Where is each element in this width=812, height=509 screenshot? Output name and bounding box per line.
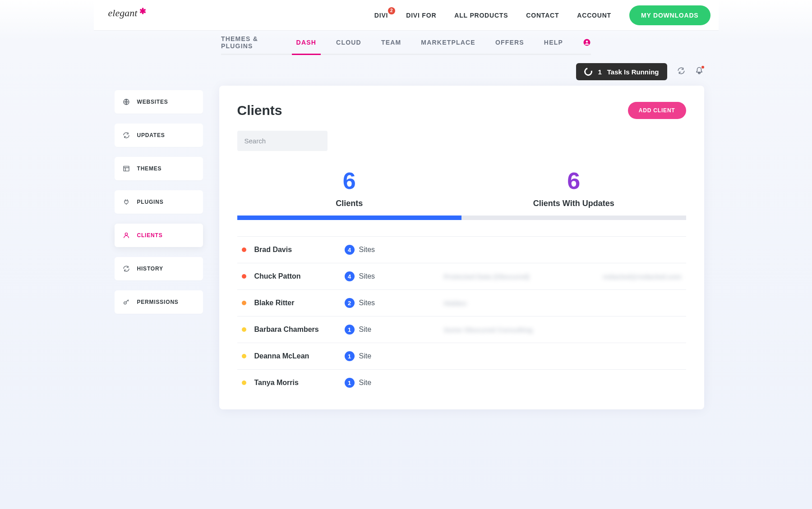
client-name: Brad Davis [254, 246, 345, 254]
sidebar-item-themes[interactable]: THEMES [115, 157, 203, 180]
main-panel: Clients ADD CLIENT 6 Clients 6 Clients W… [219, 86, 704, 409]
sidebar-item-label: WEBSITES [137, 99, 168, 105]
sidebar-item-clients[interactable]: CLIENTS [115, 224, 203, 247]
nav-divi[interactable]: DIVI 2 [374, 12, 388, 19]
sites-count: 1 [345, 378, 355, 388]
client-table: Brad Davis 4 Sites Chuck Patton 4 Sites [237, 236, 686, 396]
sites-unit: Site [359, 326, 372, 334]
nav-contact[interactable]: CONTACT [526, 12, 559, 19]
svg-point-4 [125, 233, 127, 235]
sidebar-item-websites[interactable]: WEBSITES [115, 90, 203, 114]
table-row[interactable]: Brad Davis 4 Sites [237, 236, 686, 263]
client-company: Hidden [444, 299, 563, 307]
client-name: Tanya Morris [254, 379, 345, 387]
action-strip: 1 Task Is Running [94, 55, 719, 80]
svg-point-1 [586, 40, 588, 42]
sidebar-item-plugins[interactable]: PLUGINS [115, 190, 203, 214]
sites-count: 4 [345, 245, 355, 255]
refresh-button[interactable] [677, 67, 685, 77]
tab-dash[interactable]: DASH [296, 31, 316, 54]
sidebar-item-label: PERMISSIONS [137, 299, 179, 305]
search-input[interactable] [237, 131, 328, 151]
sidebar-item-label: PLUGINS [137, 199, 164, 205]
status-dot [242, 381, 246, 385]
sites-cell: 1 Site [345, 351, 444, 361]
brand-name: elegant [108, 7, 138, 18]
user-circle-icon [583, 38, 591, 46]
nav-all-products[interactable]: ALL PRODUCTS [454, 12, 508, 19]
key-icon [123, 298, 130, 306]
sites-count: 1 [345, 351, 355, 361]
table-row[interactable]: Deanna McLean 1 Site [237, 343, 686, 370]
task-count: 1 [598, 68, 601, 76]
tab-themes-plugins[interactable]: THEMES & PLUGINS [221, 31, 277, 54]
table-row[interactable]: Chuck Patton 4 Sites Protected Data (Obs… [237, 263, 686, 290]
nav-badge: 2 [388, 7, 395, 14]
sidebar-item-label: CLIENTS [137, 232, 163, 238]
top-nav-links: DIVI 2 DIVI FOR ALL PRODUCTS CONTACT ACC… [374, 5, 710, 25]
brand-logo[interactable]: elegant ✱ [108, 7, 143, 23]
client-name: Blake Ritter [254, 299, 345, 307]
add-client-button[interactable]: ADD CLIENT [628, 102, 686, 119]
notification-dot [701, 66, 704, 69]
tab-team[interactable]: TEAM [381, 31, 401, 54]
table-row[interactable]: Tanya Morris 1 Site [237, 370, 686, 396]
sidebar-item-label: THEMES [137, 165, 162, 172]
sites-unit: Sites [359, 272, 375, 280]
spinner-icon [583, 66, 594, 78]
my-downloads-button[interactable]: MY DOWNLOADS [629, 5, 710, 25]
stat-label: Clients With Updates [461, 199, 686, 208]
sites-unit: Sites [359, 246, 375, 254]
tab-user-account[interactable] [583, 31, 591, 54]
stat-tab-clients[interactable]: 6 Clients [237, 169, 462, 220]
sites-cell: 2 Sites [345, 298, 444, 308]
tab-offers[interactable]: OFFERS [495, 31, 524, 54]
plug-icon [123, 198, 130, 206]
stat-value: 6 [237, 169, 462, 193]
client-name: Barbara Chambers [254, 326, 345, 334]
task-running-pill[interactable]: 1 Task Is Running [576, 63, 667, 80]
nav-divi-for[interactable]: DIVI FOR [406, 12, 436, 19]
svg-rect-3 [124, 166, 129, 171]
sidebar-item-history[interactable]: HISTORY [115, 257, 203, 280]
sites-unit: Site [359, 379, 372, 387]
sites-unit: Sites [359, 299, 375, 307]
sidebar-item-label: HISTORY [137, 266, 163, 272]
client-company: Some Obscured Consulting [444, 326, 563, 334]
status-dot [242, 327, 246, 332]
client-name: Deanna McLean [254, 352, 345, 360]
sidebar-item-permissions[interactable]: PERMISSIONS [115, 290, 203, 314]
stat-label: Clients [237, 199, 462, 208]
sites-cell: 4 Sites [345, 245, 444, 255]
status-dot [242, 274, 246, 279]
star-icon: ✱ [139, 6, 146, 16]
nav-account[interactable]: ACCOUNT [577, 12, 611, 19]
refresh-icon [123, 132, 130, 139]
notifications-button[interactable] [695, 67, 703, 77]
client-name: Chuck Patton [254, 272, 345, 280]
tab-help[interactable]: HELP [544, 31, 563, 54]
tab-cloud[interactable]: CLOUD [336, 31, 361, 54]
task-text: Task Is Running [607, 68, 659, 76]
person-icon [123, 232, 130, 239]
refresh-icon [123, 265, 130, 272]
tab-marketplace[interactable]: MARKETPLACE [421, 31, 475, 54]
stat-tab-clients-updates[interactable]: 6 Clients With Updates [461, 169, 686, 220]
client-email: redacted@redacted.com [563, 273, 682, 280]
sidebar-item-updates[interactable]: UPDATES [115, 124, 203, 147]
layout-icon [123, 165, 130, 172]
sites-unit: Site [359, 352, 372, 360]
status-dot [242, 248, 246, 252]
top-navbar: elegant ✱ DIVI 2 DIVI FOR ALL PRODUCTS C… [94, 0, 719, 31]
table-row[interactable]: Blake Ritter 2 Sites Hidden [237, 290, 686, 316]
page-title: Clients [237, 103, 282, 118]
sites-count: 2 [345, 298, 355, 308]
table-row[interactable]: Barbara Chambers 1 Site Some Obscured Co… [237, 316, 686, 343]
secondary-tabbar: THEMES & PLUGINS DASH CLOUD TEAM MARKETP… [221, 31, 591, 55]
sites-cell: 1 Site [345, 378, 444, 388]
stat-value: 6 [461, 169, 686, 193]
svg-point-5 [124, 302, 126, 304]
sidebar-item-label: UPDATES [137, 132, 165, 138]
sidebar: WEBSITES UPDATES THEMES PLUGINS CLIENTS … [115, 90, 203, 314]
client-company: Protected Data (Obscured) [444, 273, 563, 280]
